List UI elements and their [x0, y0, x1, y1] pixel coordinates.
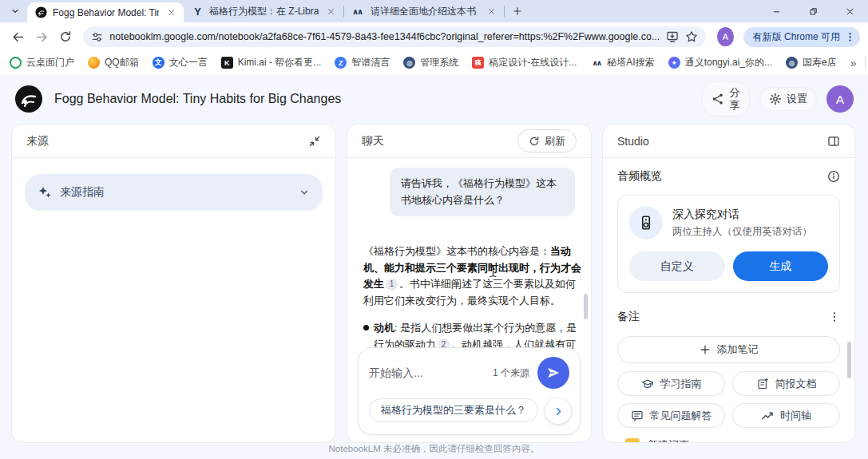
bookmarks-bar: 云桌面门户 QQ邮箱 文文心一言 KKimi.ai - 帮你看更... Z智谱清…	[0, 51, 868, 74]
tab-title: Fogg Behavior Model: Tiny H	[53, 7, 159, 18]
reload-button[interactable]	[55, 25, 75, 49]
info-icon[interactable]	[827, 170, 840, 183]
collapse-panel-icon[interactable]	[308, 135, 321, 148]
bookmark-item[interactable]: QQ邮箱	[88, 56, 139, 69]
refresh-label: 刷新	[545, 134, 565, 148]
notebook-title[interactable]: Fogg Behavior Model: Tiny Habits for Big…	[54, 92, 341, 106]
refresh-button[interactable]: 刷新	[517, 129, 577, 152]
chip-label: 学习指南	[660, 377, 702, 391]
chevron-down-icon	[10, 6, 20, 16]
bookmark-label: 文心一言	[169, 56, 208, 69]
site-settings-icon[interactable]	[91, 31, 103, 43]
bookmark-label: 国寿e店	[803, 56, 837, 69]
restore-button[interactable]	[795, 0, 831, 22]
bookmark-item[interactable]: KKimi.ai - 帮你看更...	[221, 56, 322, 69]
faq-chip[interactable]: 常见问题解答	[617, 403, 725, 428]
app-header: Fogg Behavior Model: Tiny Habits for Big…	[0, 74, 868, 124]
bookmarks-overflow-chevron[interactable]: »	[850, 57, 857, 69]
tab-separator	[504, 6, 505, 17]
briefing-doc-chip[interactable]: 简报文档	[732, 371, 840, 396]
tab-title: 请详细全面地介绍这本书《福格	[371, 5, 479, 18]
gear-icon	[769, 93, 782, 105]
bookmark-item[interactable]: ◍管理系统	[403, 56, 458, 69]
close-window-button[interactable]	[831, 0, 868, 22]
share-icon	[711, 93, 724, 105]
speaker-icon	[638, 215, 654, 231]
chevron-down-icon[interactable]	[299, 187, 310, 198]
bookmark-item[interactable]: 稿稿定设计-在线设计...	[472, 56, 577, 69]
studio-scrollbar[interactable]	[847, 342, 851, 378]
generate-button[interactable]: 生成	[733, 251, 829, 281]
chat-input-box: 1 个来源 福格行为模型的三要素是什么？	[358, 347, 581, 435]
suggested-question-chip[interactable]: 福格行为模型的三要素是什么？	[369, 398, 538, 422]
address-bar[interactable]: notebooklm.google.com/notebook/a2fa68ce-…	[83, 26, 706, 47]
studio-panel: Studio 音频概览 深入探究对话 两位主持人（仅使用英语对话）	[602, 124, 855, 443]
note-list-item[interactable]: 新建记事	[617, 438, 840, 443]
graduation-cap-icon	[641, 378, 654, 390]
sources-panel: 来源 来源指南	[11, 124, 336, 443]
bookmark-label: QQ邮箱	[105, 56, 139, 69]
next-suggestion-button[interactable]	[545, 398, 571, 424]
tab-notebooklm[interactable]: Fogg Behavior Model: Tiny H	[27, 2, 184, 22]
chip-label: 简报文档	[775, 377, 817, 391]
account-avatar[interactable]: A	[826, 85, 854, 113]
send-button[interactable]	[537, 357, 569, 389]
chat-scrollbar[interactable]	[584, 294, 588, 319]
tab-metaso[interactable]: ∧∧ 请详细全面地介绍这本书《福格	[344, 2, 504, 21]
bookmark-item[interactable]: 云桌面门户	[10, 56, 74, 69]
wenxin-icon: 文	[153, 57, 164, 69]
chat-panel-title: 聊天	[362, 134, 384, 148]
forward-arrow-icon	[35, 30, 49, 44]
add-note-label: 添加笔记	[717, 342, 759, 357]
customize-button[interactable]: 自定义	[629, 251, 725, 281]
back-arrow-icon	[11, 30, 25, 44]
minimize-icon	[772, 7, 781, 16]
bookmark-item[interactable]: ◍国寿e店	[786, 56, 837, 69]
zhipu-icon: Z	[335, 57, 347, 69]
tab-search-button[interactable]	[6, 2, 24, 20]
bullet-marker	[363, 325, 369, 330]
tab-close-icon[interactable]	[164, 6, 177, 19]
window-controls	[758, 0, 868, 22]
split-panel-icon[interactable]	[827, 135, 840, 148]
send-icon	[546, 366, 561, 380]
study-guide-chip[interactable]: 学习指南	[617, 371, 725, 396]
chat-input[interactable]	[369, 366, 485, 379]
bookmark-item[interactable]: 文文心一言	[153, 56, 208, 69]
browser-menu-icon[interactable]	[845, 32, 855, 42]
tab-close-icon[interactable]	[485, 5, 497, 18]
bookmark-label: 秘塔AI搜索	[607, 56, 654, 69]
answer-text: 《福格行为模型》这本书的核心内容是：	[363, 245, 550, 257]
deep-dive-title: 深入探究对话	[672, 208, 812, 222]
tab-close-icon[interactable]	[324, 5, 337, 18]
bookmark-star-icon[interactable]	[685, 30, 698, 43]
citation-badge[interactable]: 1	[386, 279, 398, 291]
close-icon	[846, 7, 854, 16]
plus-icon	[700, 344, 711, 355]
bookmarks-divider	[865, 57, 866, 69]
settings-button[interactable]: 设置	[759, 87, 817, 111]
disclaimer-text: NotebookLM 未必准确，因此请仔细检查回答内容。	[329, 443, 540, 455]
bookmark-item[interactable]: Z智谱清言	[335, 56, 390, 69]
add-note-button[interactable]: 添加笔记	[617, 336, 840, 363]
share-button[interactable]: 分享	[702, 81, 750, 117]
new-tab-button[interactable]	[508, 2, 527, 21]
install-app-icon[interactable]	[666, 30, 679, 43]
back-button[interactable]	[8, 25, 28, 49]
document-plus-icon	[756, 378, 769, 390]
more-menu-icon[interactable]	[829, 311, 840, 322]
minimize-button[interactable]	[758, 0, 795, 22]
timeline-chip[interactable]: 时间轴	[732, 403, 840, 428]
chrome-update-chip[interactable]: 有新版 Chrome 可用	[743, 27, 860, 47]
panels-row: 来源 来源指南 聊天 刷新 请告诉我，《福格行为模型》这本书地核心内容是什么？	[0, 124, 868, 443]
forward-button[interactable]	[31, 25, 51, 49]
bookmark-item[interactable]: ∧∧秘塔AI搜索	[590, 56, 654, 69]
audio-overview-title: 音频概览	[617, 169, 662, 184]
reload-icon	[59, 30, 72, 43]
bookmark-label: 云桌面门户	[26, 56, 74, 69]
browser-profile-avatar[interactable]: A	[717, 27, 733, 46]
bookmark-item[interactable]: ✦通义tongyi.ai_你的...	[668, 56, 772, 69]
tab-zlibrary[interactable]: Y 福格行为模型：在 Z-Library 上	[184, 2, 343, 21]
source-count: 1 个来源	[493, 366, 529, 380]
source-guide-card[interactable]: 来源指南	[25, 174, 323, 211]
